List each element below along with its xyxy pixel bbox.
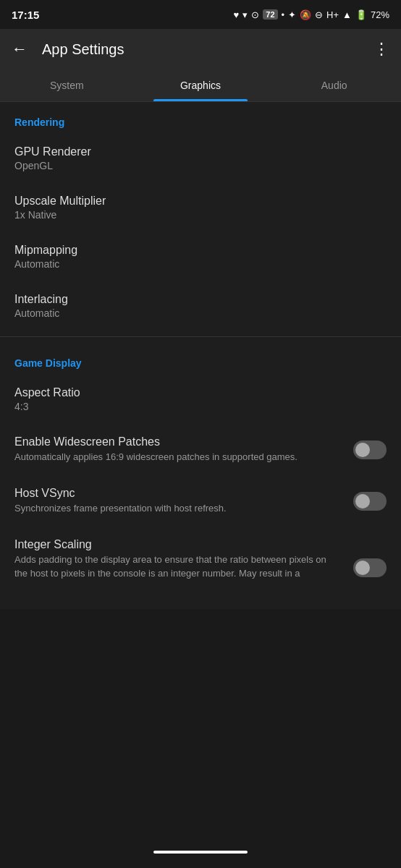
signal-icon: ▲ bbox=[342, 9, 352, 20]
dot-icon: • bbox=[282, 9, 285, 20]
section-rendering-header: Rendering bbox=[0, 102, 401, 134]
back-button[interactable]: ← bbox=[12, 40, 28, 59]
tab-graphics[interactable]: Graphics bbox=[134, 69, 268, 101]
integer-scaling-desc: Adds padding to the display area to ensu… bbox=[14, 553, 342, 579]
tab-system[interactable]: System bbox=[0, 69, 134, 101]
divider-1 bbox=[0, 336, 401, 337]
integer-scaling-toggle[interactable] bbox=[353, 558, 387, 577]
upscale-value: 1x Native bbox=[14, 209, 375, 221]
battery-icon: 🔋 bbox=[355, 9, 367, 20]
location-icon: ⊙ bbox=[251, 9, 259, 20]
bottom-nav-bar bbox=[0, 839, 401, 868]
setting-interlacing[interactable]: Interlacing Automatic bbox=[0, 281, 401, 331]
vsync-toggle[interactable] bbox=[353, 492, 387, 511]
more-options-button[interactable]: ⋮ bbox=[373, 40, 389, 59]
app-title: App Settings bbox=[42, 41, 373, 58]
widescreen-toggle[interactable] bbox=[353, 441, 387, 459]
setting-integer-scaling[interactable]: Integer Scaling Adds padding to the disp… bbox=[0, 527, 401, 608]
setting-gpu-renderer[interactable]: GPU Renderer OpenGL bbox=[0, 134, 401, 183]
setting-mipmapping[interactable]: Mipmapping Automatic bbox=[0, 232, 401, 281]
notification-badge: 72 bbox=[263, 9, 277, 20]
mipmapping-title: Mipmapping bbox=[14, 244, 375, 257]
widescreen-desc: Automatically applies 16:9 widescreen pa… bbox=[14, 451, 342, 464]
mipmapping-value: Automatic bbox=[14, 258, 375, 270]
network-type-label: H+ bbox=[326, 9, 339, 20]
minus-circle-icon: ⊖ bbox=[315, 9, 323, 20]
integer-scaling-slider bbox=[353, 558, 387, 577]
status-bar: 17:15 ♥ ▾ ⊙ 72 • ✦ 🔕 ⊖ H+ ▲ 🔋 72% bbox=[0, 0, 401, 29]
widescreen-title: Enable Widescreen Patches bbox=[14, 435, 342, 448]
nav-home-indicator[interactable] bbox=[153, 851, 248, 854]
vsync-title: Host VSync bbox=[14, 487, 342, 500]
no-bell-icon: 🔕 bbox=[300, 9, 311, 20]
widescreen-slider bbox=[353, 441, 387, 459]
gpu-renderer-title: GPU Renderer bbox=[14, 145, 375, 158]
heart-icon: ♥ bbox=[234, 9, 240, 20]
aspect-ratio-value: 4:3 bbox=[14, 401, 375, 412]
setting-upscale-multiplier[interactable]: Upscale Multiplier 1x Native bbox=[0, 183, 401, 232]
integer-scaling-title: Integer Scaling bbox=[14, 538, 342, 551]
aspect-ratio-title: Aspect Ratio bbox=[14, 386, 375, 399]
setting-widescreen-patches[interactable]: Enable Widescreen Patches Automatically … bbox=[0, 424, 401, 475]
tab-bar: System Graphics Audio bbox=[0, 69, 401, 102]
section-game-display-header: Game Display bbox=[0, 343, 401, 375]
wifi-icon: ▾ bbox=[242, 9, 248, 20]
bluetooth-icon: ✦ bbox=[288, 9, 296, 20]
vsync-slider bbox=[353, 492, 387, 511]
setting-aspect-ratio[interactable]: Aspect Ratio 4:3 bbox=[0, 375, 401, 424]
upscale-title: Upscale Multiplier bbox=[14, 195, 375, 208]
interlacing-title: Interlacing bbox=[14, 293, 375, 306]
setting-host-vsync[interactable]: Host VSync Synchronizes frame presentati… bbox=[0, 475, 401, 527]
app-bar: ← App Settings ⋮ bbox=[0, 29, 401, 69]
interlacing-value: Automatic bbox=[14, 307, 375, 319]
battery-percent: 72% bbox=[371, 9, 389, 20]
gpu-renderer-value: OpenGL bbox=[14, 160, 375, 171]
settings-content: Rendering GPU Renderer OpenGL Upscale Mu… bbox=[0, 102, 401, 609]
status-icons: ♥ ▾ ⊙ 72 • ✦ 🔕 ⊖ H+ ▲ 🔋 72% bbox=[234, 9, 389, 20]
status-time: 17:15 bbox=[12, 9, 39, 21]
vsync-desc: Synchronizes frame presentation with hos… bbox=[14, 502, 342, 515]
tab-audio[interactable]: Audio bbox=[267, 69, 401, 101]
